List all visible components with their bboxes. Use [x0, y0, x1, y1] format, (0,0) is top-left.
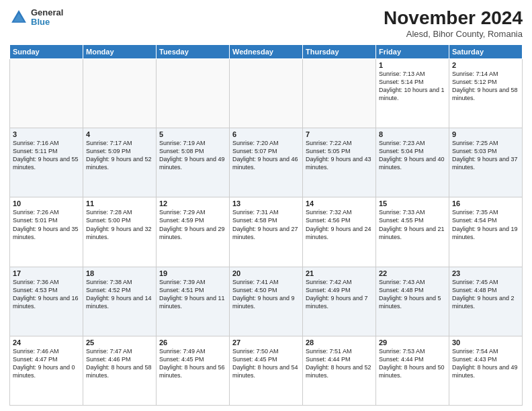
day-cell-2-1: 11Sunrise: 7:28 AM Sunset: 5:00 PM Dayli… — [83, 197, 157, 267]
day-cell-3-0: 17Sunrise: 7:36 AM Sunset: 4:53 PM Dayli… — [10, 267, 83, 336]
day-info-19: Sunrise: 7:39 AM Sunset: 4:51 PM Dayligh… — [159, 278, 226, 311]
day-cell-0-3 — [230, 58, 303, 128]
day-cell-0-5: 1Sunrise: 7:13 AM Sunset: 5:14 PM Daylig… — [376, 58, 449, 128]
header-saturday: Saturday — [449, 44, 523, 58]
header-tuesday: Tuesday — [157, 44, 230, 58]
day-info-4: Sunrise: 7:17 AM Sunset: 5:09 PM Dayligh… — [86, 139, 153, 172]
day-cell-1-2: 5Sunrise: 7:19 AM Sunset: 5:08 PM Daylig… — [157, 128, 230, 197]
day-number-26: 26 — [159, 338, 226, 347]
day-number-28: 28 — [306, 338, 373, 347]
header-wednesday: Wednesday — [230, 44, 303, 58]
day-cell-0-6: 2Sunrise: 7:14 AM Sunset: 5:12 PM Daylig… — [449, 58, 523, 128]
day-info-29: Sunrise: 7:53 AM Sunset: 4:44 PM Dayligh… — [379, 347, 446, 380]
day-info-16: Sunrise: 7:35 AM Sunset: 4:54 PM Dayligh… — [452, 208, 519, 241]
day-number-20: 20 — [232, 269, 300, 277]
day-number-1: 1 — [379, 61, 446, 69]
day-cell-1-3: 6Sunrise: 7:20 AM Sunset: 5:07 PM Daylig… — [230, 128, 303, 197]
page: General Blue November 2024 Alesd, Bihor … — [0, 0, 532, 411]
day-cell-1-0: 3Sunrise: 7:16 AM Sunset: 5:11 PM Daylig… — [10, 128, 83, 197]
logo-icon — [9, 8, 28, 27]
day-number-24: 24 — [13, 338, 80, 347]
header-sunday: Sunday — [10, 44, 83, 58]
day-info-25: Sunrise: 7:47 AM Sunset: 4:46 PM Dayligh… — [86, 347, 153, 380]
header-thursday: Thursday — [303, 44, 376, 58]
day-cell-4-4: 28Sunrise: 7:51 AM Sunset: 4:44 PM Dayli… — [303, 336, 376, 405]
day-cell-3-1: 18Sunrise: 7:38 AM Sunset: 4:52 PM Dayli… — [83, 267, 157, 336]
day-info-28: Sunrise: 7:51 AM Sunset: 4:44 PM Dayligh… — [306, 347, 373, 380]
day-cell-0-2 — [157, 58, 230, 128]
day-info-26: Sunrise: 7:49 AM Sunset: 4:45 PM Dayligh… — [159, 347, 226, 380]
day-cell-4-2: 26Sunrise: 7:49 AM Sunset: 4:45 PM Dayli… — [157, 336, 230, 405]
day-cell-0-1 — [83, 58, 157, 128]
day-info-11: Sunrise: 7:28 AM Sunset: 5:00 PM Dayligh… — [86, 208, 153, 241]
day-number-30: 30 — [452, 338, 519, 347]
day-cell-2-2: 12Sunrise: 7:29 AM Sunset: 4:59 PM Dayli… — [157, 197, 230, 267]
day-number-18: 18 — [86, 269, 153, 277]
day-info-7: Sunrise: 7:22 AM Sunset: 5:05 PM Dayligh… — [306, 139, 373, 172]
day-info-2: Sunrise: 7:14 AM Sunset: 5:12 PM Dayligh… — [452, 70, 519, 103]
day-cell-0-0 — [10, 58, 83, 128]
logo-text: General Blue — [31, 8, 63, 28]
day-cell-4-3: 27Sunrise: 7:50 AM Sunset: 4:45 PM Dayli… — [230, 336, 303, 405]
day-cell-3-2: 19Sunrise: 7:39 AM Sunset: 4:51 PM Dayli… — [157, 267, 230, 336]
day-number-6: 6 — [232, 130, 300, 138]
day-cell-2-4: 14Sunrise: 7:32 AM Sunset: 4:56 PM Dayli… — [303, 197, 376, 267]
day-info-1: Sunrise: 7:13 AM Sunset: 5:14 PM Dayligh… — [379, 70, 446, 103]
week-row-3: 10Sunrise: 7:26 AM Sunset: 5:01 PM Dayli… — [10, 197, 523, 267]
title-block: November 2024 Alesd, Bihor County, Roman… — [384, 8, 523, 39]
calendar-table: Sunday Monday Tuesday Wednesday Thursday… — [9, 44, 523, 406]
header-friday: Friday — [376, 44, 449, 58]
day-info-21: Sunrise: 7:42 AM Sunset: 4:49 PM Dayligh… — [306, 278, 373, 311]
day-info-8: Sunrise: 7:23 AM Sunset: 5:04 PM Dayligh… — [379, 139, 446, 172]
day-number-15: 15 — [379, 199, 446, 208]
day-info-3: Sunrise: 7:16 AM Sunset: 5:11 PM Dayligh… — [13, 139, 80, 172]
day-number-16: 16 — [452, 199, 519, 208]
day-info-5: Sunrise: 7:19 AM Sunset: 5:08 PM Dayligh… — [159, 139, 226, 172]
day-info-27: Sunrise: 7:50 AM Sunset: 4:45 PM Dayligh… — [232, 347, 300, 380]
day-info-13: Sunrise: 7:31 AM Sunset: 4:58 PM Dayligh… — [232, 208, 300, 241]
day-number-8: 8 — [379, 130, 446, 138]
day-cell-1-1: 4Sunrise: 7:17 AM Sunset: 5:09 PM Daylig… — [83, 128, 157, 197]
day-number-4: 4 — [86, 130, 153, 138]
day-number-12: 12 — [159, 199, 226, 208]
day-cell-4-0: 24Sunrise: 7:46 AM Sunset: 4:47 PM Dayli… — [10, 336, 83, 405]
week-row-5: 24Sunrise: 7:46 AM Sunset: 4:47 PM Dayli… — [10, 336, 523, 405]
header: General Blue November 2024 Alesd, Bihor … — [9, 8, 523, 39]
subtitle: Alesd, Bihor County, Romania — [384, 29, 523, 39]
day-cell-2-3: 13Sunrise: 7:31 AM Sunset: 4:58 PM Dayli… — [230, 197, 303, 267]
day-info-12: Sunrise: 7:29 AM Sunset: 4:59 PM Dayligh… — [159, 208, 226, 241]
header-monday: Monday — [83, 44, 157, 58]
day-cell-3-5: 22Sunrise: 7:43 AM Sunset: 4:48 PM Dayli… — [376, 267, 449, 336]
weekday-header-row: Sunday Monday Tuesday Wednesday Thursday… — [10, 44, 523, 58]
day-info-17: Sunrise: 7:36 AM Sunset: 4:53 PM Dayligh… — [13, 278, 80, 311]
day-cell-4-6: 30Sunrise: 7:54 AM Sunset: 4:43 PM Dayli… — [449, 336, 523, 405]
day-info-23: Sunrise: 7:45 AM Sunset: 4:48 PM Dayligh… — [452, 278, 519, 311]
day-info-22: Sunrise: 7:43 AM Sunset: 4:48 PM Dayligh… — [379, 278, 446, 311]
day-cell-2-6: 16Sunrise: 7:35 AM Sunset: 4:54 PM Dayli… — [449, 197, 523, 267]
day-cell-4-1: 25Sunrise: 7:47 AM Sunset: 4:46 PM Dayli… — [83, 336, 157, 405]
day-number-14: 14 — [306, 199, 373, 208]
day-info-24: Sunrise: 7:46 AM Sunset: 4:47 PM Dayligh… — [13, 347, 80, 380]
day-number-10: 10 — [13, 199, 80, 208]
day-cell-2-5: 15Sunrise: 7:33 AM Sunset: 4:55 PM Dayli… — [376, 197, 449, 267]
day-cell-2-0: 10Sunrise: 7:26 AM Sunset: 5:01 PM Dayli… — [10, 197, 83, 267]
day-number-3: 3 — [13, 130, 80, 138]
day-info-20: Sunrise: 7:41 AM Sunset: 4:50 PM Dayligh… — [232, 278, 300, 311]
logo-general-text: General — [31, 8, 63, 17]
day-number-5: 5 — [159, 130, 226, 138]
day-cell-3-3: 20Sunrise: 7:41 AM Sunset: 4:50 PM Dayli… — [230, 267, 303, 336]
week-row-2: 3Sunrise: 7:16 AM Sunset: 5:11 PM Daylig… — [10, 128, 523, 197]
day-cell-1-6: 9Sunrise: 7:25 AM Sunset: 5:03 PM Daylig… — [449, 128, 523, 197]
day-info-9: Sunrise: 7:25 AM Sunset: 5:03 PM Dayligh… — [452, 139, 519, 172]
day-info-14: Sunrise: 7:32 AM Sunset: 4:56 PM Dayligh… — [306, 208, 373, 241]
day-cell-4-5: 29Sunrise: 7:53 AM Sunset: 4:44 PM Dayli… — [376, 336, 449, 405]
day-cell-1-4: 7Sunrise: 7:22 AM Sunset: 5:05 PM Daylig… — [303, 128, 376, 197]
day-info-15: Sunrise: 7:33 AM Sunset: 4:55 PM Dayligh… — [379, 208, 446, 241]
day-info-30: Sunrise: 7:54 AM Sunset: 4:43 PM Dayligh… — [452, 347, 519, 380]
day-cell-3-6: 23Sunrise: 7:45 AM Sunset: 4:48 PM Dayli… — [449, 267, 523, 336]
day-number-29: 29 — [379, 338, 446, 347]
logo-blue-text: Blue — [31, 17, 63, 27]
week-row-1: 1Sunrise: 7:13 AM Sunset: 5:14 PM Daylig… — [10, 58, 523, 128]
day-info-6: Sunrise: 7:20 AM Sunset: 5:07 PM Dayligh… — [232, 139, 300, 172]
day-number-9: 9 — [452, 130, 519, 138]
